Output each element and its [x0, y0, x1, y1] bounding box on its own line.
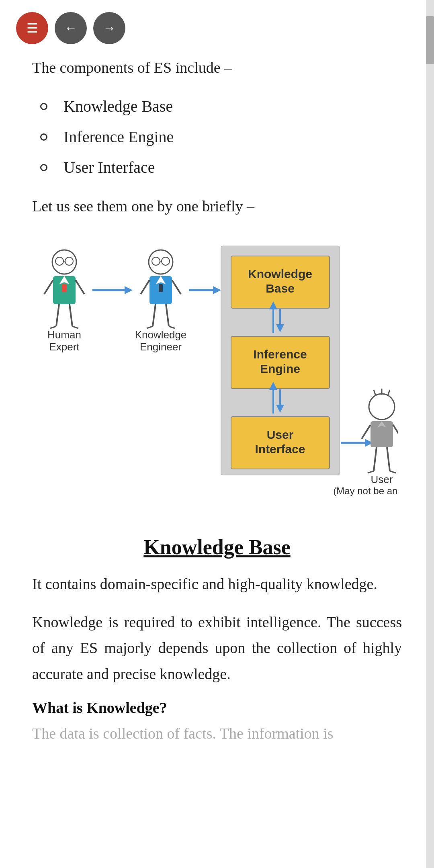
see-text: Let us see them one by one briefly – [32, 195, 402, 218]
svg-line-26 [147, 326, 153, 328]
svg-line-55 [390, 471, 396, 473]
list-item: Knowledge Base [40, 95, 402, 118]
knowledge-engineer-label2: Engineer [140, 341, 182, 353]
box-ie-label1: Inference [253, 348, 307, 361]
fading-text: The data is collection of facts. The inf… [32, 721, 402, 747]
human-expert-label: Human [47, 329, 81, 341]
svg-line-45 [374, 390, 376, 396]
svg-marker-14 [125, 286, 133, 294]
svg-line-27 [169, 326, 175, 328]
section-heading: Knowledge Base [32, 535, 402, 559]
knowledge-engineer-label: Knowledge [135, 329, 187, 341]
human-expert-label2: Expert [49, 341, 80, 353]
menu-button[interactable]: ☰ [16, 12, 48, 44]
es-diagram: Human Expert [36, 238, 398, 511]
svg-line-53 [387, 447, 390, 471]
svg-point-1 [55, 257, 63, 265]
top-navigation: ☰ ← → [0, 0, 434, 52]
box-ui-label1: User [267, 428, 294, 441]
bullet-dot [40, 164, 47, 171]
box-ie-label2: Engine [260, 362, 300, 375]
user-label1: User [371, 473, 393, 485]
svg-line-47 [388, 390, 390, 396]
para2: Knowledge is required to exhibit intelli… [32, 609, 402, 687]
svg-line-12 [72, 326, 78, 328]
back-button[interactable]: ← [55, 12, 87, 44]
svg-line-24 [153, 304, 156, 326]
forward-icon: → [103, 21, 116, 36]
list-item-label: User Interface [63, 156, 155, 179]
svg-point-2 [65, 257, 73, 265]
svg-line-9 [56, 304, 59, 326]
bullet-dot [40, 103, 47, 110]
list-item: User Interface [40, 156, 402, 179]
svg-point-16 [152, 257, 160, 265]
svg-line-23 [172, 280, 181, 294]
list-item-label: Knowledge Base [63, 95, 173, 118]
svg-line-8 [76, 280, 84, 294]
svg-line-10 [70, 304, 72, 326]
menu-icon: ☰ [27, 20, 38, 36]
intro-text: The components of ES include – [32, 56, 402, 79]
svg-point-17 [162, 257, 170, 265]
svg-rect-6 [62, 284, 67, 292]
back-icon: ← [64, 21, 77, 36]
svg-point-44 [369, 394, 395, 420]
svg-rect-21 [159, 284, 163, 292]
svg-line-50 [362, 425, 371, 439]
what-is-knowledge-heading: What is Knowledge? [32, 699, 402, 717]
bullet-dot [40, 133, 47, 141]
svg-line-25 [166, 304, 169, 326]
content-area: The components of ES include – Knowledge… [0, 52, 434, 771]
diagram-container: Human Expert [32, 238, 402, 511]
svg-line-22 [141, 280, 149, 294]
scrollbar-thumb[interactable] [426, 16, 434, 64]
box-kb-label2: Base [266, 282, 295, 295]
svg-marker-29 [213, 286, 221, 294]
box-kb-label1: Knowledge [248, 267, 312, 280]
list-item: Inference Engine [40, 126, 402, 148]
svg-line-54 [368, 471, 374, 473]
svg-line-7 [44, 280, 53, 294]
box-ui-label2: Interface [255, 442, 305, 456]
user-label2: (May not be an expert) [333, 485, 398, 496]
scrollbar-track[interactable] [426, 0, 434, 868]
svg-line-52 [374, 447, 377, 471]
svg-line-51 [393, 425, 398, 439]
bullet-list: Knowledge Base Inference Engine User Int… [32, 95, 402, 179]
list-item-label: Inference Engine [63, 126, 174, 148]
svg-line-11 [50, 326, 56, 328]
para1: It contains domain-specific and high-qua… [32, 571, 402, 597]
forward-button[interactable]: → [93, 12, 125, 44]
